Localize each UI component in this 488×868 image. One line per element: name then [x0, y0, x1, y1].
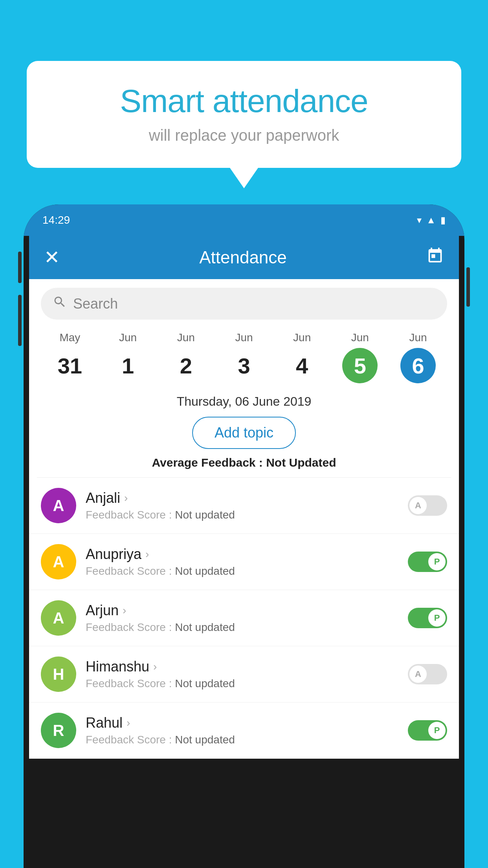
student-info: Anjali ›Feedback Score : Not updated — [86, 490, 398, 521]
student-item: HHimanshu ›Feedback Score : Not updatedA — [29, 646, 459, 702]
cal-date-num: 31 — [52, 348, 88, 383]
search-icon — [53, 295, 67, 313]
student-info: Rahul ›Feedback Score : Not updated — [86, 715, 398, 746]
student-item: AAnupriya ›Feedback Score : Not updatedP — [29, 534, 459, 590]
cal-month-label: Jun — [119, 331, 137, 344]
cal-month-label: Jun — [409, 331, 427, 344]
speech-subtitle: will replace your paperwork — [50, 127, 438, 144]
attendance-toggle[interactable]: P — [408, 608, 447, 628]
toggle-thumb: P — [428, 722, 446, 739]
calendar-day-4[interactable]: Jun4 — [284, 331, 320, 383]
speech-title: Smart attendance — [50, 83, 438, 120]
chevron-icon: › — [153, 660, 157, 673]
search-bar[interactable]: Search — [41, 288, 447, 320]
phone-power-button — [466, 267, 470, 307]
student-feedback: Feedback Score : Not updated — [86, 509, 398, 521]
student-list: AAnjali ›Feedback Score : Not updatedAAA… — [29, 478, 459, 759]
toggle-thumb: A — [409, 497, 427, 514]
date-label: Thursday, 06 June 2019 — [29, 387, 459, 413]
student-feedback: Feedback Score : Not updated — [86, 565, 398, 577]
cal-date-num: 3 — [226, 348, 262, 383]
phone-vol-down-button — [18, 295, 22, 346]
phone-screen: ✕ Attendance Search May31Jun1Jun2Jun3Jun… — [29, 236, 459, 759]
student-item: AArjun ›Feedback Score : Not updatedP — [29, 590, 459, 646]
student-feedback: Feedback Score : Not updated — [86, 621, 398, 634]
attendance-toggle[interactable]: A — [408, 495, 447, 516]
speech-bubble-container: Smart attendance will replace your paper… — [27, 61, 461, 168]
calendar-day-2[interactable]: Jun2 — [168, 331, 204, 383]
calendar-strip: May31Jun1Jun2Jun3Jun4Jun5Jun6 — [29, 320, 459, 387]
avatar: A — [41, 600, 76, 636]
status-bar: 14:29 ▾ ▲ ▮ — [24, 204, 464, 236]
app-header: ✕ Attendance — [29, 236, 459, 279]
battery-icon: ▮ — [440, 215, 446, 226]
cal-month-label: Jun — [235, 331, 253, 344]
phone-vol-up-button — [18, 252, 22, 283]
student-info: Arjun ›Feedback Score : Not updated — [86, 602, 398, 634]
status-icons: ▾ ▲ ▮ — [417, 215, 446, 226]
cal-date-num: 5 — [342, 348, 378, 383]
toggle-thumb: P — [428, 553, 446, 570]
cal-date-num: 6 — [400, 348, 436, 383]
student-name[interactable]: Arjun › — [86, 602, 398, 619]
avg-feedback: Average Feedback : Not Updated — [29, 456, 459, 477]
student-info: Anupriya ›Feedback Score : Not updated — [86, 546, 398, 577]
toggle-thumb: P — [428, 609, 446, 627]
attendance-toggle[interactable]: P — [408, 720, 447, 741]
chevron-icon: › — [124, 492, 128, 504]
calendar-day-6[interactable]: Jun6 — [400, 331, 436, 383]
attendance-toggle[interactable]: A — [408, 664, 447, 684]
student-name[interactable]: Anjali › — [86, 490, 398, 506]
avatar: A — [41, 488, 76, 523]
student-feedback: Feedback Score : Not updated — [86, 677, 398, 690]
cal-month-label: Jun — [177, 331, 195, 344]
student-item: RRahul ›Feedback Score : Not updatedP — [29, 702, 459, 759]
student-item: AAnjali ›Feedback Score : Not updatedA — [29, 478, 459, 534]
chevron-icon: › — [145, 548, 149, 561]
cal-month-label: May — [59, 331, 80, 344]
wifi-icon: ▾ — [417, 215, 422, 226]
cal-month-label: Jun — [293, 331, 311, 344]
calendar-day-1[interactable]: Jun1 — [110, 331, 146, 383]
add-topic-button[interactable]: Add topic — [192, 417, 296, 449]
avatar: H — [41, 657, 76, 692]
avatar: R — [41, 713, 76, 748]
calendar-day-5[interactable]: Jun5 — [342, 331, 378, 383]
cal-date-num: 2 — [168, 348, 204, 383]
student-info: Himanshu ›Feedback Score : Not updated — [86, 658, 398, 690]
chevron-icon: › — [123, 604, 126, 617]
cal-date-num: 1 — [110, 348, 146, 383]
student-name[interactable]: Rahul › — [86, 715, 398, 731]
search-input[interactable]: Search — [73, 296, 435, 312]
chevron-icon: › — [127, 717, 130, 729]
close-button[interactable]: ✕ — [44, 248, 60, 267]
calendar-day-0[interactable]: May31 — [52, 331, 88, 383]
speech-bubble: Smart attendance will replace your paper… — [27, 61, 461, 168]
student-name[interactable]: Anupriya › — [86, 546, 398, 563]
cal-date-num: 4 — [284, 348, 320, 383]
signal-icon: ▲ — [426, 215, 436, 226]
status-time: 14:29 — [42, 214, 70, 226]
toggle-thumb: A — [409, 666, 427, 683]
avatar: A — [41, 544, 76, 579]
phone-frame: 14:29 ▾ ▲ ▮ ✕ Attendance Search — [24, 204, 464, 868]
calendar-day-3[interactable]: Jun3 — [226, 331, 262, 383]
app-title: Attendance — [60, 248, 426, 267]
attendance-toggle[interactable]: P — [408, 552, 447, 572]
student-feedback: Feedback Score : Not updated — [86, 734, 398, 746]
calendar-icon[interactable] — [426, 247, 444, 268]
student-name[interactable]: Himanshu › — [86, 658, 398, 675]
cal-month-label: Jun — [351, 331, 369, 344]
